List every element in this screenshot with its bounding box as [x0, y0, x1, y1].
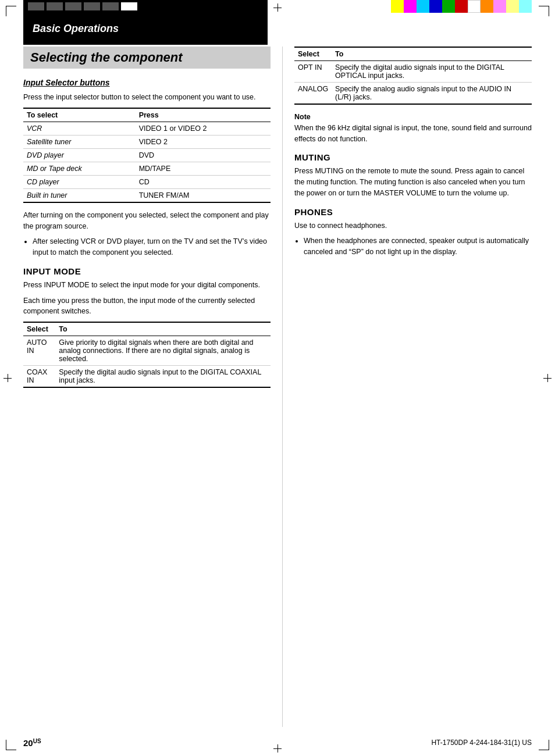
reg-mark-left [3, 374, 12, 382]
cell-select: OPT IN [294, 61, 332, 83]
color-bar-cyan [417, 0, 429, 13]
page-num-text: 20 [23, 738, 33, 748]
black-header-strip [23, 0, 268, 13]
model-number: HT-1750DP 4-244-184-31(1) US [431, 739, 532, 747]
stripe-4 [84, 2, 100, 10]
col-to-left: To [55, 322, 271, 336]
input-selector-table: To select Press VCRVIDEO 1 or VIDEO 2Sat… [23, 108, 271, 203]
col-to-right: To [332, 47, 532, 61]
stripe-3 [65, 2, 81, 10]
phones-bullets: When the headphones are connected, speak… [304, 236, 532, 258]
cell-select: AUTO IN [23, 336, 55, 366]
cell-press: CD [136, 175, 271, 188]
muting-text: Press MUTING on the remote to mute the s… [294, 166, 532, 198]
color-bar-strip [391, 0, 532, 13]
color-bar-magenta [404, 0, 417, 13]
input-mode-para1: Press INPUT MODE to select the input mod… [23, 280, 271, 291]
cell-component: CD player [23, 175, 136, 188]
corner-mark-br [539, 740, 549, 750]
note-text: When the 96 kHz digital signal is input,… [294, 124, 532, 143]
basic-operations-title: Basic Operations [33, 23, 119, 35]
phones-heading: PHONES [294, 207, 532, 217]
color-bar-green [442, 0, 455, 13]
basic-operations-header: Basic Operations [23, 13, 268, 45]
table-row: OPT INSpecify the digital audio signals … [294, 61, 532, 83]
page-number: 20US [23, 738, 41, 748]
color-bar-pink [493, 0, 506, 13]
input-mode-table-right: Select To OPT INSpecify the digital audi… [294, 47, 532, 105]
note-label: Note [294, 113, 311, 121]
cell-select: ANALOG [294, 83, 332, 105]
cell-press: DVD [136, 148, 271, 162]
input-mode-heading: INPUT MODE [23, 266, 271, 276]
table-row: ANALOGSpecify the analog audio signals i… [294, 83, 532, 105]
footer: 20US HT-1750DP 4-244-184-31(1) US [23, 738, 532, 748]
color-bar-lightyellow [506, 0, 519, 13]
after-text: After turning on the component you selec… [23, 210, 271, 232]
table-row: Built in tunerTUNER FM/AM [23, 188, 271, 202]
cell-component: Satellite tuner [23, 135, 136, 148]
input-selector-bullets: After selecting VCR or DVD player, turn … [33, 236, 271, 258]
cell-press: MD/TAPE [136, 162, 271, 175]
table-row: COAX INSpecify the digital audio signals… [23, 366, 271, 388]
table-row: CD playerCD [23, 175, 271, 188]
table-row: Satellite tunerVIDEO 2 [23, 135, 271, 148]
col-press: Press [136, 108, 271, 122]
color-bar-red [455, 0, 468, 13]
color-bar-white [468, 0, 481, 13]
cell-to: Specify the digital audio signals input … [55, 366, 271, 388]
col-select-left: Select [23, 322, 55, 336]
cell-to: Specify the digital audio signals input … [332, 61, 532, 83]
cell-select: COAX IN [23, 366, 55, 388]
input-selector-intro: Press the input selector button to selec… [23, 92, 271, 103]
table-row: VCRVIDEO 1 or VIDEO 2 [23, 122, 271, 135]
color-bar-yellow [391, 0, 404, 13]
input-mode-table-left: Select To AUTO INGive priority to digita… [23, 322, 271, 388]
section-main-title: Selecting the component [23, 47, 271, 69]
cell-component: VCR [23, 122, 136, 135]
table-row: AUTO INGive priority to digital signals … [23, 336, 271, 366]
corner-mark-bl [6, 740, 16, 750]
col-to-select: To select [23, 108, 136, 122]
cell-component: DVD player [23, 148, 136, 162]
cell-component: MD or Tape deck [23, 162, 136, 175]
main-content: Selecting the component Input Selector b… [23, 47, 532, 727]
color-bar-orange [481, 0, 493, 13]
col-select-right: Select [294, 47, 332, 61]
input-selector-bullet-1: After selecting VCR or DVD player, turn … [33, 236, 271, 258]
stripe-5 [102, 2, 119, 10]
cell-press: TUNER FM/AM [136, 188, 271, 202]
corner-mark-tl [6, 6, 16, 16]
table-row: DVD playerDVD [23, 148, 271, 162]
phones-bullet-1: When the headphones are connected, speak… [304, 236, 532, 258]
stripe-2 [47, 2, 63, 10]
cell-press: VIDEO 2 [136, 135, 271, 148]
cell-component: Built in tuner [23, 188, 136, 202]
note-paragraph: Note When the 96 kHz digital signal is i… [294, 112, 532, 144]
stripe-1 [28, 2, 44, 10]
cell-to: Give priority to digital signals when th… [55, 336, 271, 366]
color-bar-blue [429, 0, 442, 13]
left-column: Selecting the component Input Selector b… [23, 47, 282, 727]
corner-mark-tr [539, 6, 549, 16]
page-suffix: US [33, 738, 41, 744]
color-bar-lightcyan [519, 0, 532, 13]
reg-mark-top [273, 3, 282, 12]
muting-heading: MUTING [294, 152, 532, 162]
cell-to: Specify the analog audio signals input t… [332, 83, 532, 105]
right-column: Select To OPT INSpecify the digital audi… [282, 47, 532, 727]
stripe-white [121, 2, 137, 10]
reg-mark-right [543, 374, 552, 382]
phones-text: Use to connect headphones. [294, 220, 532, 231]
input-selector-heading: Input Selector buttons [23, 78, 271, 87]
header-stripes [23, 2, 137, 10]
table-row: MD or Tape deckMD/TAPE [23, 162, 271, 175]
input-mode-para2: Each time you press the button, the inpu… [23, 295, 271, 318]
cell-press: VIDEO 1 or VIDEO 2 [136, 122, 271, 135]
